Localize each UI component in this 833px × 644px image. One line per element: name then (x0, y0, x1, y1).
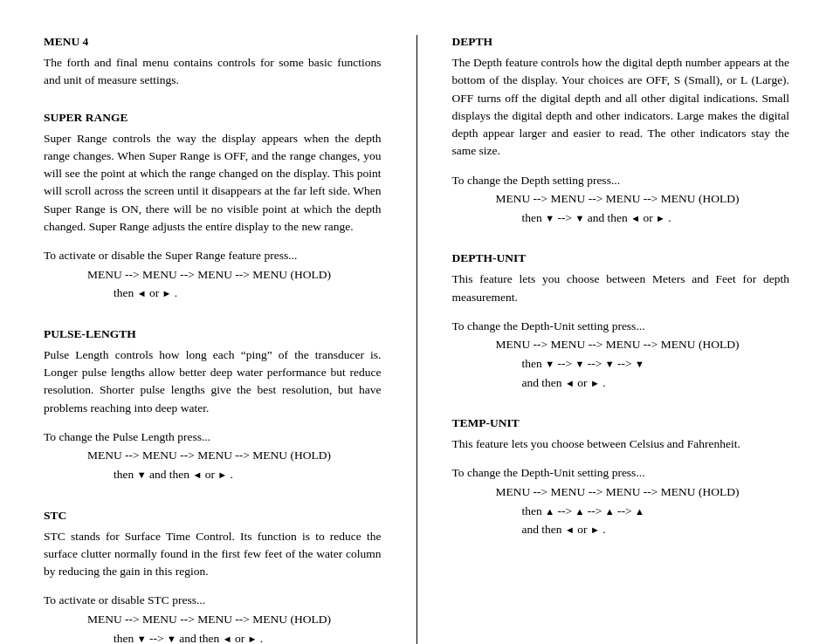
stc-arrow-mid: --> (149, 632, 167, 645)
tu-period: . (602, 523, 605, 536)
pulse-then: then (114, 468, 134, 481)
stc-arrow-right (248, 632, 258, 645)
tu-mid2: --> (588, 504, 605, 517)
depth-title: DEPTH (452, 35, 790, 49)
stc-press-intro: To activate or disable STC press... (44, 591, 382, 610)
temp-unit-press-line1: MENU --> MENU --> MENU --> MENU (HOLD) (452, 483, 790, 502)
temp-unit-body: This feature lets you choose between Cel… (452, 435, 790, 453)
depth-period: . (668, 211, 671, 224)
stc-or-text: or (235, 632, 248, 645)
depth-or-text: or (643, 211, 656, 224)
depth-press-line2: then --> and then or . (452, 209, 790, 228)
menu4-title: MENU 4 (44, 35, 382, 49)
du-arrow-down3 (605, 357, 615, 373)
tu-arrow-left (565, 523, 575, 538)
du-mid3: --> (617, 357, 635, 370)
pulse-length-body: Pulse Length controls how long each “pin… (44, 346, 382, 417)
super-range-or-text: or (149, 286, 162, 299)
du-arrow-left (565, 376, 575, 392)
depth-unit-title: DEPTH-UNIT (452, 251, 790, 265)
stc-arrow-left (223, 632, 232, 645)
super-range-press-block: To activate or disable the Super Range f… (44, 246, 382, 303)
temp-unit-press-intro: To change the Depth-Unit setting press..… (452, 463, 790, 483)
tu-mid3: --> (617, 504, 635, 517)
depth-press-block: To change the Depth setting press... MEN… (452, 171, 790, 228)
depth-body: The Depth feature controls how the digit… (452, 54, 790, 161)
temp-unit-press-block: To change the Depth-Unit setting press..… (452, 463, 790, 538)
du-mid2: --> (588, 357, 605, 370)
super-range-title: SUPER RANGE (44, 111, 382, 125)
stc-and-then: and then (179, 632, 223, 645)
pulse-length-press-line2: then and then or . (44, 465, 382, 484)
du-period: . (602, 376, 605, 389)
depth-unit-press-line1: MENU --> MENU --> MENU --> MENU (HOLD) (452, 335, 790, 354)
tu-arrow-up4 (635, 504, 644, 520)
depth-unit-body: This feature lets you choose between Met… (452, 271, 790, 306)
du-or-text: or (577, 376, 590, 389)
du-arrow-down4 (635, 357, 644, 373)
du-and-then: and then (522, 376, 566, 389)
stc-arrow-down2 (167, 632, 176, 645)
depth-unit-press-line3: and then or . (452, 373, 790, 393)
du-then: then (522, 357, 546, 370)
left-column: MENU 4 The forth and final menu contains… (44, 35, 382, 644)
pulse-length-press-line1: MENU --> MENU --> MENU --> MENU (HOLD) (44, 446, 382, 465)
tu-arrow-up1 (545, 504, 554, 520)
stc-body: STC stands for Surface Time Control. Its… (44, 528, 382, 581)
super-range-arrow-left (137, 286, 147, 302)
super-range-body: Super Range controls the way the display… (44, 130, 382, 236)
depth-unit-press-block: To change the Depth-Unit setting press..… (452, 317, 790, 392)
tu-and-then: and then (522, 523, 566, 536)
depth-arrow-left (630, 211, 640, 227)
pulse-arrow-left (192, 468, 202, 483)
pulse-length-title: PULSE-LENGTH (44, 327, 382, 341)
depth-arrow-down (545, 211, 554, 227)
column-divider (416, 35, 417, 644)
tu-or-text: or (577, 523, 590, 536)
du-arrow-right (590, 376, 600, 392)
stc-arrow-down1 (137, 632, 147, 645)
du-mid1: --> (557, 357, 575, 370)
super-range-arrow-right (162, 286, 172, 302)
pulse-arrow-down (137, 468, 147, 483)
super-range-press-line1: MENU --> MENU --> MENU --> MENU (HOLD) (44, 265, 382, 284)
tu-then: then (522, 504, 546, 517)
temp-unit-press-line3: and then or . (452, 520, 790, 539)
pulse-arrow-right (217, 468, 227, 483)
du-arrow-down1 (545, 357, 554, 373)
tu-arrow-right (590, 523, 600, 538)
stc-press-block: To activate or disable STC press... MENU… (44, 591, 382, 644)
pulse-length-press-block: To change the Pulse Length press... MENU… (44, 428, 382, 484)
tu-arrow-up3 (605, 504, 615, 520)
depth-arrow-right (656, 211, 665, 227)
super-range-press-intro: To activate or disable the Super Range f… (44, 246, 382, 265)
depth-arrow-down2 (575, 211, 584, 227)
right-column: DEPTH The Depth feature controls how the… (452, 35, 790, 644)
pulse-period: . (231, 468, 233, 481)
depth-unit-press-line2: then --> --> --> (452, 354, 790, 373)
stc-then: then (114, 632, 134, 645)
du-arrow-down2 (575, 357, 584, 373)
stc-press-line2: then --> and then or . (44, 629, 382, 645)
temp-unit-title: TEMP-UNIT (452, 416, 790, 430)
depth-press-intro: To change the Depth setting press... (452, 171, 790, 190)
pulse-and-then: and then (149, 468, 193, 481)
depth-and-then: and then (588, 211, 631, 224)
stc-period: . (260, 632, 263, 645)
depth-press-line1: MENU --> MENU --> MENU --> MENU (HOLD) (452, 189, 790, 209)
menu4-body: The forth and final menu contains contro… (44, 54, 382, 90)
depth-unit-press-intro: To change the Depth-Unit setting press..… (452, 317, 790, 336)
depth-then: then (522, 211, 542, 224)
super-range-period: . (175, 286, 177, 299)
tu-arrow-up2 (575, 504, 584, 520)
stc-press-line1: MENU --> MENU --> MENU --> MENU (HOLD) (44, 610, 382, 629)
tu-mid1: --> (557, 504, 575, 517)
temp-unit-press-line2: then --> --> --> (452, 502, 790, 521)
super-range-then: then (114, 286, 134, 299)
pulse-length-press-intro: To change the Pulse Length press... (44, 428, 382, 447)
super-range-press-line2: then or . (44, 284, 382, 303)
pulse-or-text: or (205, 468, 218, 481)
stc-title: STC (44, 509, 382, 523)
depth-arr-mid: --> (557, 211, 575, 224)
